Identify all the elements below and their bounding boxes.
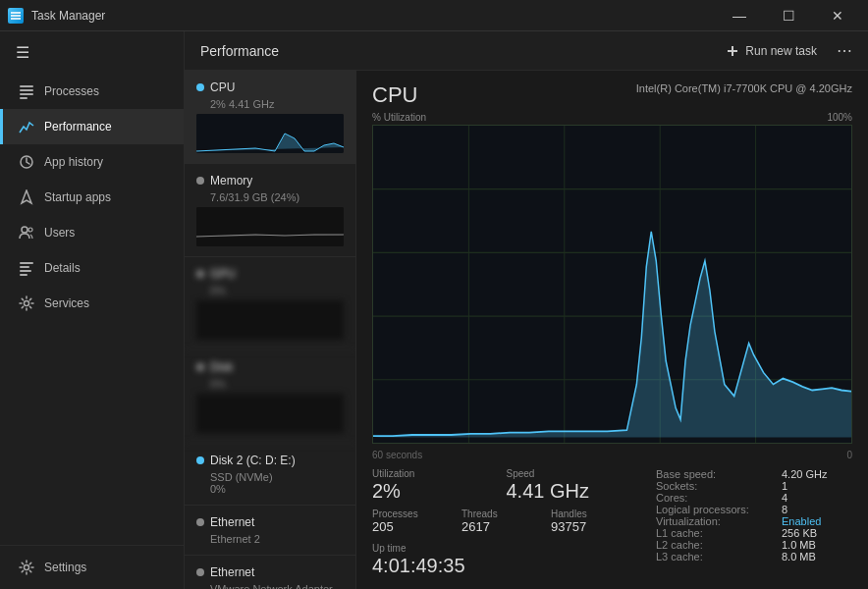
eth1-dot (196, 518, 204, 526)
disk2-dot (196, 456, 204, 464)
sidebar-label-processes: Processes (44, 84, 99, 98)
cpu-mini-chart (196, 114, 344, 153)
svg-rect-4 (20, 85, 33, 87)
cpu-item-sub: 2% 4.41 GHz (210, 98, 344, 110)
disk2-item-label: Disk 2 (C: D: E:) (210, 454, 296, 467)
cpu-detail-panel: CPU Intel(R) Core(TM) i7-7700K CPU @ 4.2… (356, 71, 868, 589)
titlebar: Task Manager — ☐ ✕ (0, 0, 868, 31)
perf-item-cpu[interactable]: CPU 2% 4.41 GHz (185, 71, 355, 164)
sidebar-item-details[interactable]: Details (0, 250, 184, 286)
perf-item-disk2[interactable]: Disk 2 (C: D: E:) SSD (NVMe) 0% (185, 444, 355, 506)
disk2-item-sub: SSD (NVMe) (210, 471, 344, 483)
perf-item-ethernet2[interactable]: Ethernet VMware Network Adapter VM S: 0 … (185, 556, 355, 589)
processes-icon (19, 83, 34, 99)
content-title: Performance (200, 43, 279, 59)
window-controls: — ☐ ✕ (717, 0, 860, 31)
memory-dot (196, 177, 204, 185)
minimize-button[interactable]: — (717, 0, 762, 31)
sidebar-label-users: Users (44, 226, 75, 240)
uptime-value: 4:01:49:35 (372, 554, 640, 577)
sidebar: ☰ Processes Performance App history Star… (0, 31, 185, 589)
cpu-item-label: CPU (210, 80, 235, 94)
svg-point-16 (25, 301, 29, 306)
sidebar-item-performance[interactable]: Performance (0, 109, 184, 144)
cpu-dot (196, 83, 204, 91)
settings-icon (19, 560, 34, 575)
cpu-title: CPU (372, 82, 417, 108)
sidebar-label-details: Details (44, 261, 81, 275)
svg-rect-5 (20, 89, 33, 91)
main-layout: ☰ Processes Performance App history Star… (0, 31, 868, 589)
sidebar-item-app-history[interactable]: App history (0, 144, 184, 180)
content-actions: Run new task ⋯ (718, 40, 852, 62)
users-icon (19, 225, 34, 241)
cpu-model: Intel(R) Core(TM) i7-7700K CPU @ 4.20GHz (636, 82, 852, 94)
svg-rect-14 (20, 270, 31, 272)
perf-item-blurred1[interactable]: GPU 0% (185, 257, 355, 350)
memory-item-label: Memory (210, 174, 252, 187)
svg-rect-13 (20, 266, 29, 268)
memory-item-sub: 7.6/31.9 GB (24%) (210, 191, 344, 203)
sidebar-label-app-history: App history (44, 155, 103, 169)
sidebar-item-users[interactable]: Users (0, 215, 184, 250)
perf-item-ethernet1[interactable]: Ethernet Ethernet 2 (185, 506, 355, 556)
uptime-label: Up time (372, 543, 640, 554)
cpu-chart (372, 125, 852, 444)
content-header: Performance Run new task ⋯ (185, 31, 868, 71)
threads-stat: Threads 2617 (461, 509, 551, 535)
details-icon (19, 260, 34, 276)
app-title: Task Manager (31, 9, 105, 23)
perf-list: CPU 2% 4.41 GHz Memory (185, 71, 356, 589)
svg-point-11 (28, 228, 32, 232)
handles-stat: Handles 93757 (551, 509, 640, 535)
svg-rect-3 (11, 18, 21, 20)
svg-marker-9 (22, 190, 31, 203)
content-area: Performance Run new task ⋯ CPU 2 (185, 31, 868, 589)
svg-point-17 (25, 565, 29, 570)
disk2-item-sub2: 0% (210, 483, 344, 495)
sidebar-item-services[interactable]: Services (0, 286, 184, 321)
chart-time-left: 60 seconds (372, 450, 422, 460)
startup-icon (19, 189, 34, 205)
perf-item-memory[interactable]: Memory 7.6/31.9 GB (24%) (185, 164, 355, 257)
svg-rect-2 (11, 12, 21, 14)
eth2-dot (196, 568, 204, 576)
svg-rect-6 (20, 93, 33, 95)
sidebar-item-startup-apps[interactable]: Startup apps (0, 180, 184, 215)
speed-stat: Speed 4.41 GHz (507, 468, 641, 503)
close-button[interactable]: ✕ (815, 0, 860, 31)
sidebar-bottom: Settings (0, 545, 184, 589)
svg-rect-15 (20, 274, 27, 276)
eth2-item-label: Ethernet (210, 565, 254, 579)
chart-time-right: 0 (846, 450, 852, 460)
sidebar-item-processes[interactable]: Processes (0, 74, 184, 109)
perf-item-blurred2[interactable]: Disk 0% (185, 350, 355, 444)
svg-rect-1 (11, 15, 21, 17)
services-icon (19, 295, 34, 311)
hamburger-icon[interactable]: ☰ (0, 31, 184, 74)
sidebar-label-startup: Startup apps (44, 190, 111, 204)
cpu-details: Base speed: 4.20 GHz Sockets: 1 Cores: 4 (656, 468, 852, 577)
eth2-item-sub: VMware Network Adapter VM (210, 583, 344, 589)
eth1-item-label: Ethernet (210, 515, 254, 529)
svg-marker-30 (373, 232, 851, 438)
sidebar-item-settings[interactable]: Settings (0, 550, 184, 585)
app-history-icon (19, 154, 34, 170)
utilization-stat: Utilization 2% (372, 468, 507, 503)
performance-icon (19, 119, 34, 134)
more-options-icon[interactable]: ⋯ (837, 41, 852, 60)
run-new-task-button[interactable]: Run new task (718, 40, 825, 62)
app-icon (8, 8, 24, 24)
sidebar-label-settings: Settings (44, 561, 86, 574)
svg-rect-19 (732, 46, 733, 56)
maximize-button[interactable]: ☐ (766, 0, 811, 31)
svg-point-10 (22, 227, 27, 233)
svg-rect-7 (20, 97, 27, 99)
sidebar-label-performance: Performance (44, 120, 112, 134)
percent-max: 100% (827, 112, 852, 123)
memory-mini-chart (196, 207, 344, 246)
svg-rect-12 (20, 262, 33, 264)
eth1-item-sub: Ethernet 2 (210, 533, 344, 545)
sidebar-label-services: Services (44, 296, 89, 310)
run-task-icon (726, 44, 739, 58)
